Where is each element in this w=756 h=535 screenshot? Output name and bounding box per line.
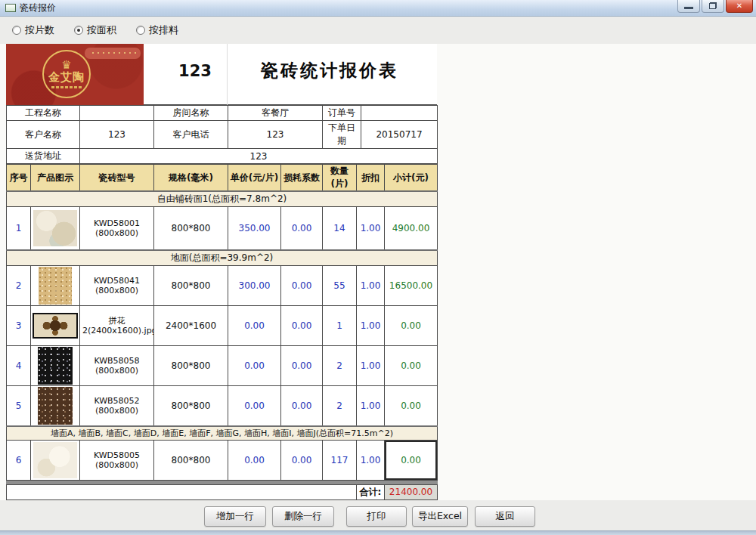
price-cell[interactable]: 0.00	[228, 440, 281, 480]
spec-cell[interactable]: 800*800	[154, 265, 228, 305]
qty-cell[interactable]: 2	[323, 345, 357, 385]
table-row: 1 KWD58001 (800x800) 800*800 350.00 0.00…	[7, 207, 438, 250]
col-header-spec: 规格(毫米)	[154, 165, 228, 192]
qty-cell[interactable]: 1	[323, 305, 357, 345]
total-spacer	[7, 484, 357, 499]
col-header-qty: 数量(片)	[323, 165, 357, 192]
radio-by-piece[interactable]: 按片数	[12, 23, 54, 37]
spec-cell[interactable]: 800*800	[154, 440, 228, 480]
action-button-bar: 增加一行 删除一行 打印 导出Excel 返回	[0, 500, 756, 530]
qty-cell[interactable]: 55	[323, 265, 357, 305]
customer-name-value[interactable]: 123	[80, 121, 154, 149]
brand-name: 金艾陶	[48, 70, 85, 85]
subtotal-cell[interactable]: 0.00	[385, 305, 438, 345]
price-cell[interactable]: 0.00	[228, 305, 281, 345]
price-cell[interactable]: 350.00	[228, 207, 281, 250]
price-cell[interactable]: 0.00	[228, 345, 281, 385]
brand-logo: ♛ 金艾陶	[6, 44, 144, 105]
product-image-cell[interactable]	[31, 207, 80, 250]
model-cell[interactable]: KWD58001 (800x800)	[80, 207, 154, 250]
minimize-button[interactable]	[677, 0, 700, 13]
black-speckle-tile-image	[38, 347, 73, 385]
model-cell[interactable]: KWB58058 (800x800)	[80, 345, 154, 385]
row-no: 2	[7, 265, 31, 305]
discount-cell[interactable]: 1.00	[357, 385, 385, 426]
discount-cell[interactable]: 1.00	[357, 265, 385, 305]
radio-by-piece-label: 按片数	[25, 23, 54, 37]
price-cell[interactable]: 300.00	[228, 265, 281, 305]
radio-by-layout-label: 按排料	[149, 23, 178, 37]
title-bar: 瓷砖报价 ✕	[0, 0, 756, 17]
subtotal-cell-selected[interactable]: 0.00	[385, 440, 438, 480]
price-cell[interactable]: 0.00	[228, 385, 281, 426]
add-row-button[interactable]: 增加一行	[204, 506, 266, 527]
restore-icon	[709, 2, 717, 9]
doc-number: 123	[157, 62, 233, 80]
total-label: 合计:	[357, 484, 385, 499]
product-image-cell[interactable]	[31, 345, 80, 385]
model-cell[interactable]: 拼花 2(2400x1600).jpg	[80, 305, 154, 345]
restore-button[interactable]	[702, 0, 724, 13]
app-icon	[5, 4, 16, 12]
customer-name-label: 客户名称	[7, 121, 80, 149]
subtotal-cell[interactable]: 4900.00	[385, 207, 438, 250]
export-excel-button[interactable]: 导出Excel	[412, 506, 468, 527]
radio-by-layout[interactable]: 按排料	[136, 23, 178, 37]
loss-cell[interactable]: 0.00	[281, 207, 323, 250]
print-button[interactable]: 打印	[346, 506, 407, 527]
logo-slogan-bubble	[85, 48, 141, 59]
row-no: 1	[7, 207, 31, 250]
total-row: 合计: 21400.00	[7, 484, 438, 499]
model-cell[interactable]: KWD58041 (800x800)	[80, 265, 154, 305]
spec-cell[interactable]: 2400*1600	[154, 305, 228, 345]
discount-cell[interactable]: 1.00	[357, 305, 385, 345]
loss-cell[interactable]: 0.00	[281, 345, 323, 385]
room-name-value[interactable]: 客餐厅	[228, 106, 323, 121]
delivery-address-value[interactable]: 123	[80, 149, 438, 164]
customer-phone-value[interactable]: 123	[228, 121, 323, 149]
qty-cell[interactable]: 14	[323, 207, 357, 250]
brown-speckle-tile-image	[38, 387, 73, 425]
back-button[interactable]: 返回	[475, 506, 535, 527]
info-row: 送货地址 123	[7, 149, 438, 164]
product-image-cell[interactable]	[31, 305, 80, 345]
loss-cell[interactable]: 0.00	[281, 385, 323, 426]
spec-cell[interactable]: 800*800	[154, 345, 228, 385]
model-cell[interactable]: KWD58005 (800x800)	[80, 440, 154, 480]
radio-by-area[interactable]: 按面积	[74, 23, 116, 37]
loss-cell[interactable]: 0.00	[281, 305, 323, 345]
subtotal-cell[interactable]: 0.00	[385, 345, 438, 385]
discount-cell[interactable]: 1.00	[357, 345, 385, 385]
order-no-value[interactable]	[361, 106, 438, 121]
close-button[interactable]: ✕	[726, 0, 753, 13]
col-header-subtotal: 小计(元)	[385, 165, 438, 192]
subtotal-cell[interactable]: 0.00	[385, 385, 438, 426]
section-label: 自由铺砖面1(总面积=7.8m^2)	[7, 191, 438, 207]
project-name-label: 工程名称	[7, 106, 80, 121]
minimize-icon	[684, 7, 693, 9]
row-no: 3	[7, 305, 31, 345]
qty-cell[interactable]: 2	[323, 385, 357, 426]
radio-circle-icon	[12, 26, 21, 35]
project-name-value[interactable]	[80, 106, 154, 121]
order-date-value[interactable]: 20150717	[361, 121, 438, 149]
order-info-table: 工程名称 房间名称 客餐厅 订单号 客户名称 123 客户电话 123 下单日期…	[6, 105, 438, 164]
subtotal-cell[interactable]: 16500.00	[385, 265, 438, 305]
delete-row-button[interactable]: 删除一行	[272, 506, 334, 527]
qty-cell[interactable]: 117	[323, 440, 357, 480]
product-image-cell[interactable]	[31, 265, 80, 305]
product-image-cell[interactable]	[31, 440, 80, 480]
loss-cell[interactable]: 0.00	[281, 440, 323, 480]
spec-cell[interactable]: 800*800	[154, 207, 228, 250]
discount-cell[interactable]: 1.00	[357, 207, 385, 250]
model-cell[interactable]: KWB58052 (800x800)	[80, 385, 154, 426]
light-marble-tile-image	[33, 210, 77, 246]
loss-cell[interactable]: 0.00	[281, 265, 323, 305]
col-header-discount: 折扣	[357, 165, 385, 192]
product-image-cell[interactable]	[31, 385, 80, 426]
row-no: 4	[7, 345, 31, 385]
table-row: 2 KWD58041 (800x800) 800*800 300.00 0.00…	[7, 265, 438, 305]
spec-cell[interactable]: 800*800	[154, 385, 228, 426]
section-row-free-surface: 自由铺砖面1(总面积=7.8m^2)	[7, 191, 438, 207]
discount-cell[interactable]: 1.00	[357, 440, 385, 480]
